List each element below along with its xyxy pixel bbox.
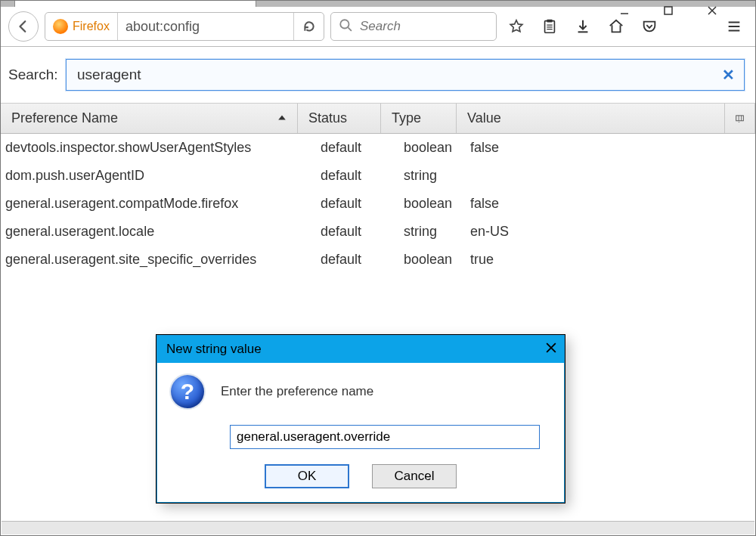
window-controls bbox=[619, 5, 751, 26]
pref-value: false bbox=[457, 140, 755, 156]
close-tab-icon[interactable] bbox=[234, 0, 249, 1]
dialog-close-icon[interactable] bbox=[546, 342, 556, 357]
about-config-page: Search: ✕ Preference Name Status Type Va… bbox=[1, 47, 755, 274]
pref-value: false bbox=[457, 196, 755, 212]
pref-name: devtools.inspector.showUserAgentStyles bbox=[1, 140, 298, 156]
svg-rect-0 bbox=[665, 7, 672, 14]
search-box[interactable] bbox=[330, 12, 497, 41]
pref-table-header: Preference Name Status Type Value bbox=[1, 104, 755, 134]
identity-label: Firefox bbox=[73, 20, 110, 33]
pref-name: general.useragent.locale bbox=[1, 224, 298, 240]
pref-type: string bbox=[381, 168, 457, 184]
col-value[interactable]: Value bbox=[457, 104, 725, 133]
clipboard-icon[interactable] bbox=[536, 13, 563, 40]
dialog-title: New string value bbox=[166, 342, 262, 357]
pref-value: en-US bbox=[457, 224, 755, 240]
pref-table: Preference Name Status Type Value devtoo… bbox=[1, 104, 755, 274]
dialog-body: ? Enter the preference name OK Cancel bbox=[157, 363, 564, 502]
pref-status: default bbox=[298, 168, 381, 184]
browser-tabs-row: about:config bbox=[1, 0, 755, 7]
url-bar[interactable]: Firefox about:config bbox=[45, 12, 324, 41]
ok-button[interactable]: OK bbox=[265, 464, 349, 488]
maximize-button[interactable] bbox=[663, 5, 707, 26]
close-window-button[interactable] bbox=[707, 5, 751, 26]
browser-tab[interactable]: about:config bbox=[14, 0, 256, 7]
pref-type: boolean bbox=[381, 140, 457, 156]
col-type[interactable]: Type bbox=[381, 104, 457, 133]
table-row[interactable]: devtools.inspector.showUserAgentStyles d… bbox=[1, 134, 755, 162]
clear-search-icon[interactable]: ✕ bbox=[722, 66, 735, 84]
pref-type: boolean bbox=[381, 196, 457, 212]
pref-status: default bbox=[298, 196, 381, 212]
pref-type: boolean bbox=[381, 252, 457, 268]
pref-name: dom.push.userAgentID bbox=[1, 168, 298, 184]
search-input[interactable] bbox=[358, 18, 488, 35]
pref-name: general.useragent.site_specific_override… bbox=[1, 252, 298, 268]
status-bar bbox=[2, 521, 754, 534]
question-icon: ? bbox=[171, 375, 204, 408]
table-row[interactable]: general.useragent.locale default string … bbox=[1, 218, 755, 246]
table-row[interactable]: dom.push.userAgentID default string bbox=[1, 162, 755, 190]
new-string-dialog: New string value ? Enter the preference … bbox=[156, 335, 565, 503]
column-picker-icon[interactable] bbox=[725, 104, 755, 133]
pref-value: true bbox=[457, 252, 755, 268]
dialog-prompt: Enter the preference name bbox=[221, 384, 373, 399]
svg-point-1 bbox=[340, 20, 349, 28]
pref-search-row: Search: ✕ bbox=[1, 47, 755, 104]
pref-type: string bbox=[381, 224, 457, 240]
col-status[interactable]: Status bbox=[298, 104, 381, 133]
pref-search-field[interactable]: ✕ bbox=[66, 59, 745, 91]
downloads-icon[interactable] bbox=[569, 13, 596, 40]
dialog-titlebar[interactable]: New string value bbox=[157, 336, 564, 363]
table-row[interactable]: general.useragent.compatMode.firefox def… bbox=[1, 190, 755, 218]
site-identity[interactable]: Firefox bbox=[45, 13, 118, 40]
reload-button[interactable] bbox=[293, 13, 324, 40]
minimize-button[interactable] bbox=[619, 5, 663, 26]
pref-status: default bbox=[298, 140, 381, 156]
col-preference-name[interactable]: Preference Name bbox=[1, 104, 298, 133]
pref-search-label: Search: bbox=[8, 67, 55, 83]
pref-status: default bbox=[298, 252, 381, 268]
tab-title: about:config bbox=[26, 0, 234, 1]
sort-ascending-icon bbox=[277, 110, 287, 126]
pref-search-input[interactable] bbox=[76, 66, 714, 84]
preference-name-input[interactable] bbox=[230, 425, 540, 449]
back-button[interactable] bbox=[8, 11, 39, 42]
table-row[interactable]: general.useragent.site_specific_override… bbox=[1, 246, 755, 274]
url-text[interactable]: about:config bbox=[118, 13, 293, 40]
pref-status: default bbox=[298, 224, 381, 240]
firefox-icon bbox=[53, 19, 68, 34]
bookmark-star-icon[interactable] bbox=[503, 13, 530, 40]
svg-rect-4 bbox=[736, 115, 744, 120]
pref-name: general.useragent.compatMode.firefox bbox=[1, 196, 298, 212]
search-icon bbox=[339, 18, 352, 35]
cancel-button[interactable]: Cancel bbox=[372, 464, 457, 488]
svg-rect-3 bbox=[547, 20, 552, 23]
new-tab-button[interactable] bbox=[268, 0, 291, 4]
